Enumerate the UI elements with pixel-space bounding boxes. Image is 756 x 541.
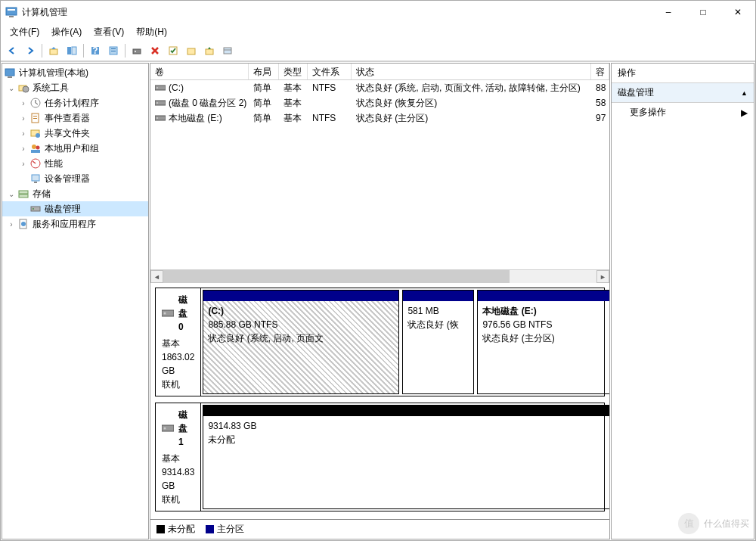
svg-point-47 (164, 312, 166, 315)
menu-help[interactable]: 帮助(H) (130, 24, 173, 40)
help-button[interactable]: ? (87, 42, 104, 59)
tree-root[interactable]: 计算机管理(本地) (2, 65, 148, 80)
svg-rect-48 (162, 425, 174, 431)
svg-rect-1 (8, 9, 15, 11)
menu-view[interactable]: 查看(V) (88, 24, 130, 40)
col-volume[interactable]: 卷 (150, 64, 249, 79)
col-type[interactable]: 类型 (279, 64, 308, 79)
tree-scheduler[interactable]: › 任务计划程序 (2, 95, 148, 110)
titlebar: 计算机管理 – □ ✕ (1, 1, 755, 23)
tree-shared[interactable]: › 共享文件夹 (2, 126, 148, 141)
actions-section[interactable]: 磁盘管理▲ (612, 83, 754, 103)
check-icon[interactable] (165, 42, 181, 59)
svg-point-45 (156, 117, 158, 119)
nav-tree[interactable]: 计算机管理(本地) ⌄ 系统工具 › 任务计划程序 › 事件查看器 (2, 63, 149, 539)
svg-rect-36 (31, 207, 40, 211)
svg-rect-34 (19, 191, 28, 194)
menu-action[interactable]: 操作(A) (45, 24, 88, 40)
disk-row[interactable]: 磁盘 1基本9314.83 GB联机9314.83 GB未分配 (155, 403, 605, 511)
disk-row[interactable]: 磁盘 0基本1863.02 GB联机(C:)885.88 GB NTFS状态良好… (155, 288, 605, 396)
expand-icon[interactable]: › (17, 114, 29, 123)
show-hide-button[interactable] (64, 42, 80, 59)
col-layout[interactable]: 布局 (249, 64, 279, 79)
back-button[interactable] (4, 42, 20, 59)
maximize-button[interactable]: □ (686, 1, 720, 23)
expand-icon[interactable]: › (17, 160, 29, 168)
minimize-button[interactable]: – (651, 1, 686, 23)
svg-rect-25 (33, 118, 37, 119)
tree-diskmgmt[interactable]: 磁盘管理 (2, 201, 148, 216)
folder-icon[interactable] (183, 42, 200, 59)
scroll-left-icon[interactable]: ◄ (150, 270, 163, 283)
up-button[interactable] (45, 42, 62, 59)
scroll-right-icon[interactable]: ► (596, 270, 609, 283)
svg-rect-0 (6, 8, 17, 15)
svg-rect-18 (5, 69, 14, 76)
expand-icon[interactable]: › (17, 99, 29, 107)
menubar: 文件(F) 操作(A) 查看(V) 帮助(H) (1, 23, 755, 40)
svg-point-21 (23, 86, 29, 92)
expand-icon[interactable]: › (17, 129, 29, 138)
partition[interactable]: 9314.83 GB未分配 (203, 405, 609, 509)
svg-rect-46 (162, 310, 174, 316)
forward-button[interactable] (22, 42, 39, 59)
list-icon[interactable] (219, 42, 236, 59)
table-row[interactable]: (C:)简单基本NTFS状态良好 (系统, 启动, 页面文件, 活动, 故障转储… (150, 80, 609, 95)
drive-icon (155, 99, 166, 107)
collapse-icon[interactable]: ⌄ (5, 190, 17, 198)
col-filesystem[interactable]: 文件系统 (308, 64, 352, 79)
actions-more[interactable]: 更多操作▶ (612, 103, 754, 122)
disk-info: 磁盘 0基本1863.02 GB联机 (156, 288, 201, 396)
tree-eventviewer[interactable]: › 事件查看器 (2, 110, 148, 126)
tree-users[interactable]: › 本地用户和组 (2, 141, 148, 156)
tree-perf[interactable]: › 性能 (2, 156, 148, 171)
svg-rect-5 (72, 47, 76, 54)
disk-graphical-view[interactable]: 磁盘 0基本1863.02 GB联机(C:)885.88 GB NTFS状态良好… (150, 283, 609, 519)
svg-point-39 (21, 222, 26, 226)
content-panel: 卷 布局 类型 文件系统 状态 容 (C:)简单基本NTFS状态良好 (系统, … (150, 63, 610, 539)
tree-services[interactable]: › 服务和应用程序 (2, 216, 148, 232)
svg-point-37 (33, 208, 34, 210)
col-capacity[interactable]: 容 (591, 64, 609, 79)
close-button[interactable]: ✕ (720, 1, 755, 23)
volume-list[interactable]: (C:)简单基本NTFS状态良好 (系统, 启动, 页面文件, 活动, 故障转储… (150, 80, 609, 269)
properties-button[interactable] (105, 42, 122, 59)
svg-rect-2 (9, 16, 14, 17)
legend-unallocated: 未分配 (156, 523, 195, 536)
svg-point-41 (156, 87, 158, 89)
svg-rect-32 (32, 175, 39, 181)
table-row[interactable]: 本地磁盘 (E:)简单基本NTFS状态良好 (主分区)97 (150, 110, 609, 126)
actions-panel: 操作 磁盘管理▲ 更多操作▶ (611, 63, 754, 539)
svg-rect-4 (67, 47, 71, 54)
expand-icon[interactable]: › (17, 145, 29, 153)
partition[interactable]: 581 MB状态良好 (恢 (402, 290, 474, 394)
partition[interactable]: 本地磁盘 (E:)976.56 GB NTFS状态良好 (主分区) (477, 290, 609, 394)
scroll-thumb[interactable] (163, 270, 510, 283)
svg-rect-15 (206, 49, 213, 54)
collapse-icon[interactable]: ⌄ (5, 84, 17, 92)
table-row[interactable]: (磁盘 0 磁盘分区 2)简单基本状态良好 (恢复分区)58 (150, 95, 609, 110)
svg-rect-11 (133, 49, 141, 54)
horizontal-scrollbar[interactable]: ◄ ► (150, 269, 609, 283)
svg-point-29 (36, 146, 40, 150)
partition[interactable]: (C:)885.88 GB NTFS状态良好 (系统, 启动, 页面文 (203, 290, 399, 394)
tree-devmgr[interactable]: 设备管理器 (2, 171, 148, 186)
expand-icon[interactable]: › (5, 220, 17, 229)
menu-file[interactable]: 文件(F) (4, 24, 45, 40)
svg-rect-24 (33, 116, 37, 117)
disk-icon (162, 424, 174, 433)
col-status[interactable]: 状态 (352, 64, 591, 79)
svg-rect-10 (111, 51, 116, 51)
svg-rect-14 (187, 48, 195, 54)
tree-systools[interactable]: ⌄ 系统工具 (2, 80, 148, 95)
folder-up-icon[interactable] (201, 42, 218, 59)
delete-icon[interactable] (147, 42, 163, 59)
toolbar: ? (1, 40, 755, 61)
svg-rect-33 (34, 182, 37, 183)
tree-storage[interactable]: ⌄ 存储 (2, 186, 148, 201)
volume-list-header: 卷 布局 类型 文件系统 状态 容 (150, 64, 609, 80)
disk-icon (162, 309, 174, 318)
svg-text:?: ? (92, 45, 98, 56)
refresh-icon[interactable] (129, 42, 145, 59)
actions-header: 操作 (612, 64, 754, 83)
